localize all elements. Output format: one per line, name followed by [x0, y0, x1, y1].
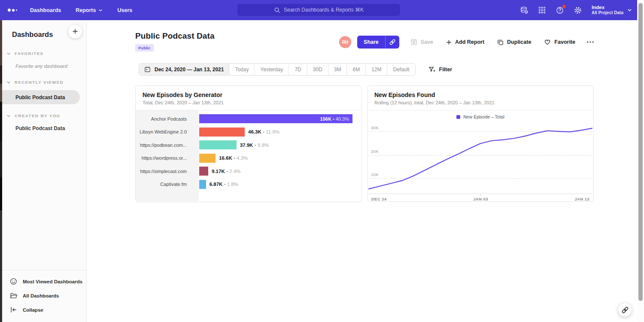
date-filter-toolbar: Dec 24, 2020 — Jan 13, 2021 TodayYesterd… [139, 63, 594, 76]
bar-category-label: Libsyn WebEngine 2.0 [136, 129, 193, 134]
sidebar-section-label: FAVORITES [15, 51, 44, 56]
preset-default[interactable]: Default [387, 64, 415, 75]
sidebar-section-header[interactable]: FAVORITES [2, 51, 86, 56]
bar-row: https://wordpress.or...16.6K • 4.3% [136, 154, 361, 163]
bar-segment[interactable] [199, 128, 245, 137]
project-selector[interactable]: Index All Project Data [592, 5, 632, 15]
settings-gear-icon[interactable] [574, 6, 582, 15]
sidebar-section-header[interactable]: CREATED BY YOU [2, 113, 86, 118]
chevron-down-icon [6, 80, 11, 85]
bar-track: 9.17K • 2.4% [193, 167, 361, 176]
date-range-segmented-control: Dec 24, 2020 — Jan 13, 2021 TodayYesterd… [139, 63, 416, 76]
save-button[interactable]: Save [410, 39, 433, 46]
bar-value-label: 16.6K • 4.3% [219, 155, 248, 161]
all-dashboards-item[interactable]: All Dashboards [2, 289, 86, 303]
preset-6m[interactable]: 6M [347, 64, 366, 75]
dashboard-actions: RH Share [339, 36, 594, 49]
line-series-new-episode-total [368, 122, 592, 194]
chevron-down-icon [627, 8, 632, 12]
help-icon[interactable] [556, 6, 564, 15]
folder-icon [10, 292, 17, 299]
project-scope: All Project Data [592, 10, 623, 15]
preset-30d[interactable]: 30D [307, 64, 328, 75]
bar-category-label: Captivate.fm [136, 182, 193, 187]
bar-track: 16.6K • 4.3% [193, 154, 361, 163]
main-content: Public Podcast Data Public RH Share [87, 20, 637, 322]
bar-category-label: https://podbean.com... [136, 143, 193, 148]
nav-tab-dashboards[interactable]: Dashboards [30, 7, 61, 13]
more-options-button[interactable] [586, 41, 594, 43]
bar-value-label: 46.3K • 11.9% [248, 129, 279, 134]
duplicate-icon [497, 39, 504, 46]
title-block: Public Podcast Data Public [135, 31, 215, 52]
share-split-button: Share [357, 36, 399, 49]
sidebar-empty-hint: Favorite any dashboard [2, 61, 86, 71]
sidebar-section-label: RECENTLY VIEWED [15, 80, 64, 85]
bar-value-label: 6.87K • 1.8% [210, 182, 238, 187]
sidebar-section-2: CREATED BY YOUPublic Podcast Data [2, 113, 86, 133]
bar-segment[interactable]: 156K • 40.3% [199, 114, 352, 123]
notification-dot [562, 5, 566, 8]
preset-today[interactable]: Today [229, 64, 255, 75]
bar-category-label: https://simplecast.com [136, 169, 193, 174]
date-range-button[interactable]: Dec 24, 2020 — Jan 13, 2021 [139, 64, 229, 75]
bar-segment[interactable] [199, 140, 237, 149]
search-placeholder: Search Dashboards & Reports ⌘K [284, 7, 364, 13]
app-logo[interactable] [8, 9, 17, 12]
nav-tab-users[interactable]: Users [117, 7, 132, 13]
global-search-bar[interactable]: Search Dashboards & Reports ⌘K [237, 4, 400, 16]
filter-funnel-icon [428, 66, 435, 73]
bar-track: 46.3K • 11.9% [193, 128, 361, 137]
favorite-button[interactable]: Favorite [544, 39, 575, 46]
duplicate-button[interactable]: Duplicate [497, 39, 531, 46]
legend-label: New Episode – Total [463, 114, 504, 119]
most-viewed-dashboards-item[interactable]: Most Viewed Dashboards [2, 274, 86, 289]
bar-row: Captivate.fm6.87K • 1.8% [136, 180, 361, 189]
sidebar-item-public-podcast-data[interactable]: Public Podcast Data [2, 90, 80, 104]
smiley-icon [10, 278, 17, 285]
bar-value-label: 156K • 40.3% [320, 114, 349, 123]
bar-segment[interactable] [199, 180, 206, 189]
dashboards-sidebar: Dashboards FAVORITESFavorite any dashboa… [2, 20, 87, 322]
calendar-icon [144, 66, 151, 73]
bar-row: Libsyn WebEngine 2.046.3K • 11.9% [136, 128, 361, 137]
share-button[interactable]: Share [357, 36, 385, 49]
bar-segment[interactable] [199, 154, 216, 163]
search-icon [274, 7, 280, 13]
primary-nav: Dashboards Reports Users [30, 7, 132, 13]
bar-chart-body: Anchor Podcasts156K • 40.3%Libsyn WebEng… [136, 110, 361, 201]
avatar[interactable]: RH [339, 36, 351, 48]
bar-category-label: Anchor Podcasts [136, 116, 193, 122]
bar-value-label: 37.9K • 9.8% [240, 143, 269, 148]
bar-track: 156K • 40.3% [193, 114, 361, 123]
preset-3m[interactable]: 3M [328, 64, 347, 75]
collapse-sidebar-item[interactable]: Collapse [2, 303, 86, 317]
bar-track: 37.9K • 9.8% [193, 140, 361, 149]
floating-link-button[interactable] [618, 303, 632, 317]
preset-yesterday[interactable]: Yesterday [255, 64, 289, 75]
filter-button[interactable]: Filter [428, 66, 453, 73]
add-report-button[interactable]: Add Report [446, 39, 484, 45]
apps-grid-icon[interactable] [538, 6, 546, 14]
sidebar-section-0: FAVORITESFavorite any dashboard [2, 51, 86, 71]
bar-value-label: 9.17K • 2.4% [212, 169, 240, 174]
x-tick-label: JAN 13 [574, 197, 589, 201]
heart-icon [544, 39, 551, 46]
sidebar-section-header[interactable]: RECENTLY VIEWED [2, 80, 86, 85]
collapse-left-icon [10, 306, 17, 313]
line-chart-plot[interactable]: 10K20K30K [368, 122, 592, 194]
bar-segment[interactable] [199, 167, 208, 176]
copy-link-button[interactable] [385, 36, 399, 49]
nav-tab-reports[interactable]: Reports [76, 7, 103, 13]
vertical-scrollbar [637, 0, 644, 322]
sidebar-item-public-podcast-data[interactable]: Public Podcast Data [2, 124, 86, 133]
preset-7d[interactable]: 7D [289, 64, 307, 75]
page-title: Public Podcast Data [135, 31, 215, 41]
create-dashboard-button[interactable] [68, 24, 82, 39]
bar-track: 6.87K • 1.8% [193, 180, 361, 189]
scrollbar-thumb[interactable] [638, 3, 643, 301]
data-source-icon[interactable] [520, 6, 529, 15]
preset-12m[interactable]: 12M [366, 64, 387, 75]
chevron-down-icon [6, 52, 11, 56]
line-chart-subtitle: Rolling (12 hours), total, Dec 24th, 202… [374, 100, 586, 105]
